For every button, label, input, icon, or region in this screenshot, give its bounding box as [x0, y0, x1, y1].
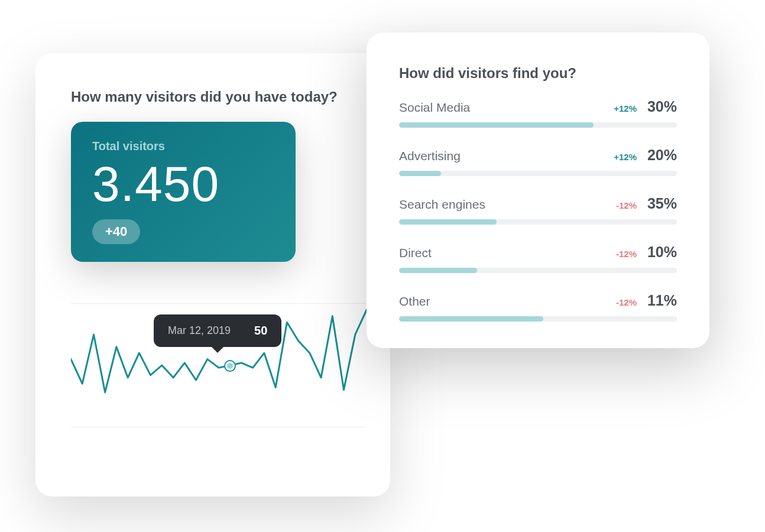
source-delta: +12% — [614, 103, 637, 113]
source-name: Other — [399, 294, 430, 309]
source-name: Direct — [399, 246, 432, 260]
source-percent: 30% — [643, 98, 677, 115]
source-bar-fill — [399, 219, 497, 225]
source-bar-fill — [399, 171, 441, 176]
source-bar-fill — [399, 268, 477, 273]
source-delta: +12% — [614, 152, 637, 162]
source-bar-track — [399, 268, 677, 273]
sources-list: Social Media+12%30%Advertising+12%20%Sea… — [399, 98, 677, 322]
source-percent: 11% — [643, 292, 677, 309]
total-visitors-block: Total visitors 3.450 +40 — [71, 122, 296, 262]
source-name: Advertising — [399, 149, 461, 163]
source-name: Search engines — [399, 197, 485, 212]
chart-tooltip: Mar 12, 2019 50 — [154, 314, 281, 347]
visitors-title: How many visitors did you have today? — [71, 89, 367, 105]
source-row: Other-12%11% — [399, 292, 677, 322]
source-percent: 10% — [643, 244, 677, 261]
sources-title: How did visitors find you? — [399, 65, 677, 82]
source-percent: 35% — [643, 195, 677, 212]
sources-card: How did visitors find you? Social Media+… — [367, 33, 709, 348]
visitors-line-chart[interactable]: Mar 12, 2019 50 — [71, 303, 367, 427]
source-name: Social Media — [399, 100, 470, 115]
source-row: Social Media+12%30% — [399, 98, 677, 128]
source-bar-track — [399, 219, 677, 225]
total-visitors-delta: +40 — [92, 219, 140, 244]
source-row: Search engines-12%35% — [399, 195, 677, 225]
source-delta: -12% — [616, 297, 637, 307]
visitors-card: How many visitors did you have today? To… — [35, 53, 390, 497]
total-visitors-value: 3.450 — [92, 157, 274, 211]
source-delta: -12% — [616, 200, 637, 210]
source-row: Advertising+12%20% — [399, 147, 677, 176]
tooltip-date: Mar 12, 2019 — [168, 325, 231, 337]
source-bar-track — [399, 122, 677, 128]
source-bar-fill — [399, 122, 594, 128]
source-row: Direct-12%10% — [399, 244, 677, 273]
source-percent: 20% — [643, 147, 677, 164]
source-bar-track — [399, 171, 677, 176]
source-bar-track — [399, 316, 677, 322]
tooltip-value: 50 — [254, 324, 267, 338]
source-delta: -12% — [616, 249, 637, 259]
total-visitors-label: Total visitors — [92, 140, 274, 153]
source-bar-fill — [399, 316, 543, 322]
